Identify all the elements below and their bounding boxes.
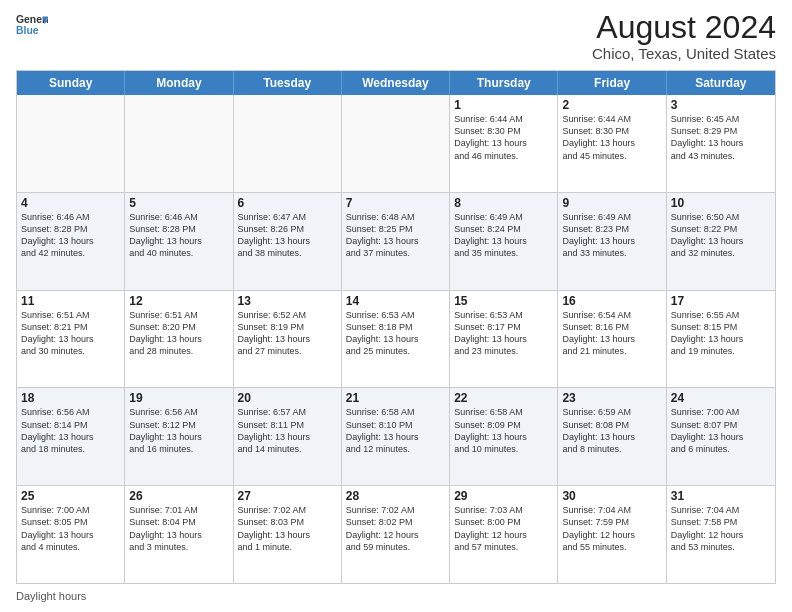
day-info: Sunrise: 7:00 AM Sunset: 8:07 PM Dayligh… (671, 406, 771, 455)
day-info: Sunrise: 6:59 AM Sunset: 8:08 PM Dayligh… (562, 406, 661, 455)
day-number: 25 (21, 489, 120, 503)
day-number: 7 (346, 196, 445, 210)
day-number: 2 (562, 98, 661, 112)
calendar-cell: 24Sunrise: 7:00 AM Sunset: 8:07 PM Dayli… (667, 388, 775, 485)
day-info: Sunrise: 6:52 AM Sunset: 8:19 PM Dayligh… (238, 309, 337, 358)
svg-text:General: General (16, 14, 48, 25)
calendar-cell: 3Sunrise: 6:45 AM Sunset: 8:29 PM Daylig… (667, 95, 775, 192)
header-day-saturday: Saturday (667, 71, 775, 95)
day-info: Sunrise: 6:53 AM Sunset: 8:18 PM Dayligh… (346, 309, 445, 358)
day-info: Sunrise: 6:46 AM Sunset: 8:28 PM Dayligh… (129, 211, 228, 260)
day-info: Sunrise: 6:49 AM Sunset: 8:23 PM Dayligh… (562, 211, 661, 260)
calendar-cell: 14Sunrise: 6:53 AM Sunset: 8:18 PM Dayli… (342, 291, 450, 388)
header-day-wednesday: Wednesday (342, 71, 450, 95)
day-info: Sunrise: 6:51 AM Sunset: 8:21 PM Dayligh… (21, 309, 120, 358)
day-info: Sunrise: 7:03 AM Sunset: 8:00 PM Dayligh… (454, 504, 553, 553)
day-info: Sunrise: 6:56 AM Sunset: 8:14 PM Dayligh… (21, 406, 120, 455)
title-block: August 2024 Chico, Texas, United States (592, 10, 776, 62)
calendar-cell: 6Sunrise: 6:47 AM Sunset: 8:26 PM Daylig… (234, 193, 342, 290)
logo: General Blue (16, 10, 48, 42)
day-number: 3 (671, 98, 771, 112)
day-number: 11 (21, 294, 120, 308)
day-number: 12 (129, 294, 228, 308)
calendar-cell: 15Sunrise: 6:53 AM Sunset: 8:17 PM Dayli… (450, 291, 558, 388)
calendar-cell: 11Sunrise: 6:51 AM Sunset: 8:21 PM Dayli… (17, 291, 125, 388)
day-info: Sunrise: 7:00 AM Sunset: 8:05 PM Dayligh… (21, 504, 120, 553)
header-day-friday: Friday (558, 71, 666, 95)
calendar-cell: 8Sunrise: 6:49 AM Sunset: 8:24 PM Daylig… (450, 193, 558, 290)
day-info: Sunrise: 7:01 AM Sunset: 8:04 PM Dayligh… (129, 504, 228, 553)
page-subtitle: Chico, Texas, United States (592, 45, 776, 62)
calendar-cell: 27Sunrise: 7:02 AM Sunset: 8:03 PM Dayli… (234, 486, 342, 583)
day-number: 4 (21, 196, 120, 210)
footer: Daylight hours (16, 590, 776, 602)
day-info: Sunrise: 6:50 AM Sunset: 8:22 PM Dayligh… (671, 211, 771, 260)
day-number: 14 (346, 294, 445, 308)
day-info: Sunrise: 7:02 AM Sunset: 8:02 PM Dayligh… (346, 504, 445, 553)
calendar-cell (125, 95, 233, 192)
day-info: Sunrise: 6:54 AM Sunset: 8:16 PM Dayligh… (562, 309, 661, 358)
calendar-cell: 19Sunrise: 6:56 AM Sunset: 8:12 PM Dayli… (125, 388, 233, 485)
calendar-cell: 30Sunrise: 7:04 AM Sunset: 7:59 PM Dayli… (558, 486, 666, 583)
day-number: 5 (129, 196, 228, 210)
day-number: 16 (562, 294, 661, 308)
calendar-body: 1Sunrise: 6:44 AM Sunset: 8:30 PM Daylig… (17, 95, 775, 583)
header: General Blue August 2024 Chico, Texas, U… (16, 10, 776, 62)
page: General Blue August 2024 Chico, Texas, U… (0, 0, 792, 612)
day-number: 1 (454, 98, 553, 112)
day-number: 6 (238, 196, 337, 210)
day-number: 26 (129, 489, 228, 503)
calendar-cell: 28Sunrise: 7:02 AM Sunset: 8:02 PM Dayli… (342, 486, 450, 583)
calendar-cell: 10Sunrise: 6:50 AM Sunset: 8:22 PM Dayli… (667, 193, 775, 290)
day-number: 15 (454, 294, 553, 308)
day-number: 17 (671, 294, 771, 308)
calendar-cell: 26Sunrise: 7:01 AM Sunset: 8:04 PM Dayli… (125, 486, 233, 583)
day-info: Sunrise: 6:44 AM Sunset: 8:30 PM Dayligh… (562, 113, 661, 162)
header-day-tuesday: Tuesday (234, 71, 342, 95)
day-number: 31 (671, 489, 771, 503)
day-number: 19 (129, 391, 228, 405)
day-info: Sunrise: 7:02 AM Sunset: 8:03 PM Dayligh… (238, 504, 337, 553)
calendar: SundayMondayTuesdayWednesdayThursdayFrid… (16, 70, 776, 584)
header-day-thursday: Thursday (450, 71, 558, 95)
calendar-cell: 20Sunrise: 6:57 AM Sunset: 8:11 PM Dayli… (234, 388, 342, 485)
calendar-cell: 7Sunrise: 6:48 AM Sunset: 8:25 PM Daylig… (342, 193, 450, 290)
calendar-cell (342, 95, 450, 192)
calendar-cell: 18Sunrise: 6:56 AM Sunset: 8:14 PM Dayli… (17, 388, 125, 485)
day-info: Sunrise: 6:45 AM Sunset: 8:29 PM Dayligh… (671, 113, 771, 162)
calendar-cell: 25Sunrise: 7:00 AM Sunset: 8:05 PM Dayli… (17, 486, 125, 583)
calendar-row-2: 11Sunrise: 6:51 AM Sunset: 8:21 PM Dayli… (17, 290, 775, 388)
day-number: 28 (346, 489, 445, 503)
day-number: 8 (454, 196, 553, 210)
calendar-cell: 2Sunrise: 6:44 AM Sunset: 8:30 PM Daylig… (558, 95, 666, 192)
day-info: Sunrise: 6:48 AM Sunset: 8:25 PM Dayligh… (346, 211, 445, 260)
day-info: Sunrise: 7:04 AM Sunset: 7:58 PM Dayligh… (671, 504, 771, 553)
calendar-cell: 21Sunrise: 6:58 AM Sunset: 8:10 PM Dayli… (342, 388, 450, 485)
calendar-row-1: 4Sunrise: 6:46 AM Sunset: 8:28 PM Daylig… (17, 192, 775, 290)
calendar-cell: 31Sunrise: 7:04 AM Sunset: 7:58 PM Dayli… (667, 486, 775, 583)
logo-icon: General Blue (16, 10, 48, 42)
day-number: 10 (671, 196, 771, 210)
day-number: 18 (21, 391, 120, 405)
calendar-row-4: 25Sunrise: 7:00 AM Sunset: 8:05 PM Dayli… (17, 485, 775, 583)
calendar-cell: 23Sunrise: 6:59 AM Sunset: 8:08 PM Dayli… (558, 388, 666, 485)
calendar-cell (17, 95, 125, 192)
day-number: 30 (562, 489, 661, 503)
day-number: 22 (454, 391, 553, 405)
calendar-cell: 16Sunrise: 6:54 AM Sunset: 8:16 PM Dayli… (558, 291, 666, 388)
day-info: Sunrise: 6:56 AM Sunset: 8:12 PM Dayligh… (129, 406, 228, 455)
day-number: 13 (238, 294, 337, 308)
day-number: 29 (454, 489, 553, 503)
calendar-cell (234, 95, 342, 192)
day-info: Sunrise: 7:04 AM Sunset: 7:59 PM Dayligh… (562, 504, 661, 553)
calendar-cell: 29Sunrise: 7:03 AM Sunset: 8:00 PM Dayli… (450, 486, 558, 583)
day-info: Sunrise: 6:44 AM Sunset: 8:30 PM Dayligh… (454, 113, 553, 162)
day-number: 23 (562, 391, 661, 405)
calendar-cell: 12Sunrise: 6:51 AM Sunset: 8:20 PM Dayli… (125, 291, 233, 388)
svg-text:Blue: Blue (16, 25, 39, 36)
calendar-cell: 5Sunrise: 6:46 AM Sunset: 8:28 PM Daylig… (125, 193, 233, 290)
day-info: Sunrise: 6:51 AM Sunset: 8:20 PM Dayligh… (129, 309, 228, 358)
day-info: Sunrise: 6:55 AM Sunset: 8:15 PM Dayligh… (671, 309, 771, 358)
day-number: 24 (671, 391, 771, 405)
calendar-cell: 9Sunrise: 6:49 AM Sunset: 8:23 PM Daylig… (558, 193, 666, 290)
